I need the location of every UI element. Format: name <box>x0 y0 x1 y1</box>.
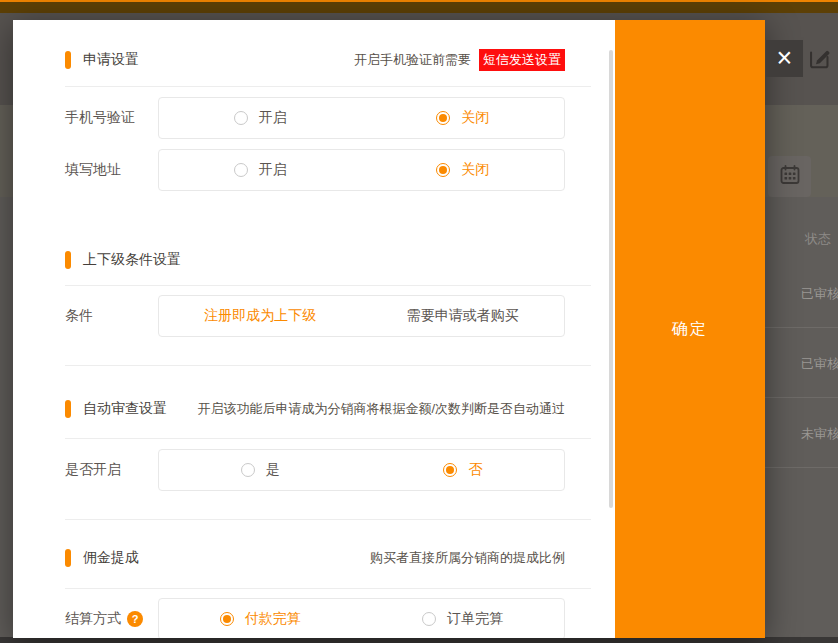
settings-form: 申请设置 开启手机验证前需要 短信发送设置 手机号验证 开启 <box>13 20 615 638</box>
screen: 状态 :03 已审核 :31 已审核 :48 未审核 申请设置 开启手机验证前需… <box>0 0 838 643</box>
radio-option-on[interactable]: 开启 <box>159 150 362 190</box>
section-title: 申请设置 <box>83 51 139 69</box>
background-header-strip <box>0 2 838 13</box>
section-note: 开启手机验证前需要 <box>354 51 471 69</box>
option-label: 是 <box>266 461 280 479</box>
close-button[interactable]: × <box>766 40 803 77</box>
radio-option-settle-on-payment[interactable]: 付款完算 <box>159 599 362 638</box>
section-note: 开启该功能后申请成为分销商将根据金额/次数判断是否自动通过 <box>197 400 565 418</box>
option-label: 关闭 <box>461 161 489 179</box>
status-badge: 已审核 <box>801 285 838 303</box>
status-badge: 未审核 <box>801 425 838 443</box>
section-marker-icon <box>65 51 71 69</box>
option-label: 关闭 <box>461 109 489 127</box>
section-divider <box>65 588 591 589</box>
radio-group-phone-verify: 开启 关闭 <box>158 97 565 139</box>
radio-group-auto-review: 是 否 <box>158 449 565 491</box>
section-title: 佣金提成 <box>83 549 139 567</box>
option-label: 开启 <box>259 161 287 179</box>
radio-option-on[interactable]: 开启 <box>159 98 362 138</box>
option-label: 否 <box>468 461 482 479</box>
section-marker-icon <box>65 400 71 418</box>
option-label: 注册即成为上下级 <box>204 307 316 325</box>
option-label: 需要申请或者购买 <box>407 307 519 325</box>
section-header-commission: 佣金提成 购买者直接所属分销商的提成比例 <box>65 548 565 568</box>
section-note: 购买者直接所属分销商的提成比例 <box>370 549 565 567</box>
section-header-hierarchy-condition: 上下级条件设置 <box>65 250 565 270</box>
radio-option-settle-on-order[interactable]: 订单完算 <box>362 599 565 638</box>
section-title: 上下级条件设置 <box>83 251 181 269</box>
field-label: 结算方式 <box>65 610 121 628</box>
close-icon: × <box>777 45 793 72</box>
field-label: 条件 <box>65 307 158 325</box>
form-row-settlement-method: 结算方式 ? 付款完算 订单完算 <box>65 598 565 638</box>
radio-selected-icon <box>436 163 450 177</box>
scrollbar-thumb[interactable] <box>609 50 613 508</box>
radio-group-settlement: 付款完算 订单完算 <box>158 598 565 638</box>
option-register-becomes-hierarchy[interactable]: 注册即成为上下级 <box>159 296 362 336</box>
radio-option-off[interactable]: 关闭 <box>362 98 565 138</box>
option-group-condition: 注册即成为上下级 需要申请或者购买 <box>158 295 565 337</box>
radio-group-fill-address: 开启 关闭 <box>158 149 565 191</box>
option-need-apply-or-buy[interactable]: 需要申请或者购买 <box>362 296 565 336</box>
field-label: 是否开启 <box>65 461 158 479</box>
date-picker-button[interactable] <box>768 156 811 197</box>
form-row-auto-review-enable: 是否开启 是 否 <box>65 449 565 491</box>
distribution-settings-dialog: 申请设置 开启手机验证前需要 短信发送设置 手机号验证 开启 <box>13 20 765 638</box>
option-label: 开启 <box>259 109 287 127</box>
calendar-icon <box>778 163 802 191</box>
section-marker-icon <box>65 549 71 567</box>
section-header-auto-review: 自动审查设置 开启该功能后申请成为分销商将根据金额/次数判断是否自动通过 <box>65 399 565 419</box>
section-divider <box>65 86 591 87</box>
form-row-phone-verify: 手机号验证 开启 关闭 <box>65 97 565 139</box>
radio-option-off[interactable]: 关闭 <box>362 150 565 190</box>
form-row-condition: 条件 注册即成为上下级 需要申请或者购买 <box>65 295 565 337</box>
radio-option-no[interactable]: 否 <box>362 450 565 490</box>
radio-icon <box>234 111 248 125</box>
radio-selected-icon <box>436 111 450 125</box>
sms-settings-link[interactable]: 短信发送设置 <box>479 49 565 71</box>
option-label: 付款完算 <box>245 610 301 628</box>
form-row-fill-address: 填写地址 开启 关闭 <box>65 149 565 191</box>
section-title: 自动审查设置 <box>83 400 167 418</box>
radio-selected-icon <box>220 612 234 626</box>
section-divider <box>65 519 591 520</box>
section-divider <box>65 285 591 286</box>
section-divider <box>65 365 591 366</box>
section-marker-icon <box>65 251 71 269</box>
status-column-header: 状态 <box>805 230 831 248</box>
status-badge: 已审核 <box>801 355 838 373</box>
field-label: 手机号验证 <box>65 109 158 127</box>
radio-selected-icon <box>443 463 457 477</box>
radio-icon <box>234 163 248 177</box>
field-label: 填写地址 <box>65 161 158 179</box>
section-divider <box>65 438 591 439</box>
radio-icon <box>241 463 255 477</box>
edit-icon <box>806 44 833 71</box>
confirm-button[interactable]: 确定 <box>615 20 765 638</box>
section-header-apply-settings: 申请设置 开启手机验证前需要 短信发送设置 <box>65 50 565 70</box>
radio-icon <box>422 612 436 626</box>
help-icon[interactable]: ? <box>127 611 143 627</box>
option-label: 订单完算 <box>447 610 503 628</box>
radio-option-yes[interactable]: 是 <box>159 450 362 490</box>
